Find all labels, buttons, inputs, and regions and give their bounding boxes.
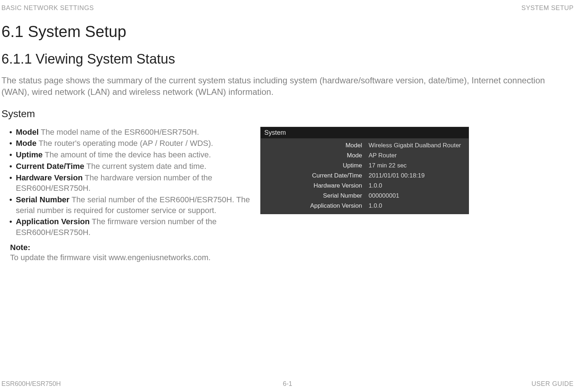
table-row: Mode AP Router: [261, 151, 469, 161]
system-subheading: System: [1, 108, 575, 120]
row-value-model: Wireless Gigabit Dualband Router: [369, 142, 462, 149]
screenshot-panel: System Model Wireless Gigabit Dualband R…: [260, 127, 469, 214]
row-label-datetime: Current Date/Time: [261, 172, 369, 179]
intro-paragraph: The status page shows the summary of the…: [1, 75, 572, 98]
row-value-serial: 000000001: [369, 192, 462, 199]
table-row: Serial Number 000000001: [261, 191, 469, 201]
row-value-appver: 1.0.0: [369, 202, 462, 209]
list-item: Mode The router's operating mode (AP / R…: [9, 138, 253, 149]
term-hwver: Hardware Version: [16, 173, 83, 182]
note-block: Note: To update the firmware visit www.e…: [1, 243, 253, 263]
row-label-uptime: Uptime: [261, 162, 369, 169]
row-label-appver: Application Version: [261, 202, 369, 209]
list-item: Uptime The amount of time the device has…: [9, 149, 253, 160]
screenshot-header: System: [261, 127, 469, 138]
list-item: Serial Number The serial number of the E…: [9, 194, 253, 216]
table-row: Current Date/Time 2011/01/01 00:18:19: [261, 171, 469, 181]
desc-mode: The router's operating mode (AP / Router…: [36, 139, 213, 148]
table-row: Hardware Version 1.0.0: [261, 181, 469, 191]
row-value-uptime: 17 min 22 sec: [369, 162, 462, 169]
footer-left: ESR600H/ESR750H: [1, 380, 61, 388]
table-row: Application Version 1.0.0: [261, 201, 469, 211]
subsection-title: 6.1.1 Viewing System Status: [1, 51, 575, 67]
note-label: Note:: [10, 243, 253, 252]
list-item: Model The model name of the ESR600H/ESR7…: [9, 127, 253, 138]
content-left: Model The model name of the ESR600H/ESR7…: [1, 127, 260, 263]
row-label-serial: Serial Number: [261, 192, 369, 199]
page-footer: ESR600H/ESR750H 6-1 USER GUIDE: [1, 380, 574, 388]
row-value-datetime: 2011/01/01 00:18:19: [369, 172, 462, 179]
row-value-hwver: 1.0.0: [369, 182, 462, 189]
row-label-model: Model: [261, 142, 369, 149]
header-right: SYSTEM SETUP: [521, 4, 574, 12]
footer-right: USER GUIDE: [531, 380, 574, 388]
term-uptime: Uptime: [16, 150, 43, 159]
screenshot-body: Model Wireless Gigabit Dualband Router M…: [261, 138, 469, 214]
table-row: Model Wireless Gigabit Dualband Router: [261, 140, 469, 151]
page-header: BASIC NETWORK SETTINGS SYSTEM SETUP: [0, 0, 575, 12]
table-row: Uptime 17 min 22 sec: [261, 161, 469, 171]
desc-model: The model name of the ESR600H/ESR750H.: [39, 128, 199, 137]
note-text: To update the firmware visit www.engeniu…: [10, 252, 253, 263]
term-mode: Mode: [16, 139, 36, 148]
term-datetime: Current Date/Time: [16, 162, 84, 171]
content-row: Model The model name of the ESR600H/ESR7…: [0, 127, 575, 263]
bullet-list: Model The model name of the ESR600H/ESR7…: [1, 127, 253, 238]
header-left: BASIC NETWORK SETTINGS: [1, 4, 94, 12]
row-label-mode: Mode: [261, 152, 369, 159]
term-model: Model: [16, 128, 39, 137]
term-appver: Application Version: [16, 217, 90, 226]
row-value-mode: AP Router: [369, 152, 462, 159]
page-container: BASIC NETWORK SETTINGS SYSTEM SETUP 6.1 …: [0, 0, 575, 392]
list-item: Hardware Version The hardware version nu…: [9, 172, 253, 194]
list-item: Current Date/Time The current system dat…: [9, 161, 253, 172]
desc-datetime: The current system date and time.: [84, 162, 206, 171]
section-title: 6.1 System Setup: [1, 23, 575, 41]
term-serial: Serial Number: [16, 195, 69, 204]
row-label-hwver: Hardware Version: [261, 182, 369, 189]
desc-uptime: The amount of time the device has been a…: [43, 150, 211, 159]
content-right: System Model Wireless Gigabit Dualband R…: [260, 127, 574, 214]
footer-center: 6-1: [283, 380, 292, 388]
list-item: Application Version The firmware version…: [9, 216, 253, 237]
